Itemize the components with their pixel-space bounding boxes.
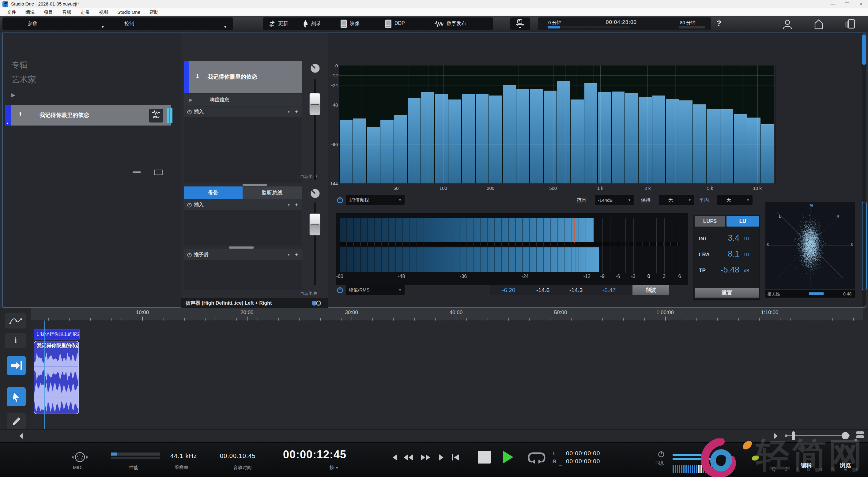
fast-forward-button[interactable]	[420, 454, 431, 461]
track-pan-knob[interactable]	[310, 63, 320, 73]
master-inserts-power-icon[interactable]	[187, 202, 192, 208]
post-fader-power-icon[interactable]	[187, 252, 192, 257]
hold-dropdown[interactable]: 无▼	[659, 195, 694, 205]
master-inserts-empty[interactable]	[184, 210, 302, 246]
track-inserts-empty[interactable]	[184, 117, 302, 183]
master-scroll-pill[interactable]	[229, 247, 254, 249]
zoom-slider-track[interactable]	[786, 435, 850, 436]
project-scrollbar-thumb[interactable]	[862, 34, 866, 65]
scroll-left-button[interactable]	[18, 433, 25, 439]
audio-clip[interactable]: 我记得你眼里的依恋	[34, 341, 79, 414]
home-icon[interactable]	[813, 19, 825, 30]
menu-item-3[interactable]: 音频	[58, 8, 76, 16]
menu-item-7[interactable]: 帮助	[145, 8, 163, 16]
arrow-tool[interactable]	[7, 387, 26, 406]
main-time-unit[interactable]: 帧 ▼	[330, 465, 338, 471]
parameters-dropdown[interactable]: 参数	[28, 21, 37, 27]
burner-device-button[interactable]	[510, 18, 530, 30]
stereo-link-toggle[interactable]	[311, 300, 321, 306]
minimize-button[interactable]: —	[826, 0, 840, 8]
tab-lufs[interactable]: LUFS	[695, 216, 725, 227]
sync-label[interactable]: 同步	[655, 460, 664, 466]
list-collapse-icon[interactable]	[133, 171, 141, 173]
performance-label[interactable]: 性能	[129, 465, 138, 471]
master-fader-handle[interactable]	[309, 213, 320, 235]
meter-mode-dropdown[interactable]: 峰值/RMS▼	[346, 285, 405, 295]
average-dropdown[interactable]: 无▼	[717, 195, 752, 205]
loop-start-time[interactable]: 00:00:00:00	[566, 450, 600, 457]
parameters-caret-icon[interactable]: ▼	[101, 25, 104, 29]
track-channel-header[interactable]: 1 我记得你眼里的依恋	[184, 61, 302, 93]
loudness-info-arrow-icon[interactable]: ▶	[189, 97, 193, 102]
inserts-dropdown-icon[interactable]: ▼	[287, 110, 290, 114]
zoom-preset-icon[interactable]	[856, 432, 864, 434]
scroll-right-button[interactable]	[772, 433, 779, 439]
clip-marker-flag[interactable]: 1 我记得你眼里的依恋	[34, 329, 80, 340]
pages-icon[interactable]	[845, 19, 857, 30]
menu-item-0[interactable]: 文件	[2, 8, 21, 16]
control-dropdown[interactable]: 控制	[124, 21, 134, 27]
help-button[interactable]: ?	[717, 19, 721, 28]
stop-button[interactable]	[478, 451, 491, 464]
timeline-ruler[interactable]: 10:0020:0030:0040:0050:001:00:001:10:00	[31, 308, 863, 321]
post-fader-dropdown-icon[interactable]: ▼	[287, 253, 290, 257]
lufs-reset-button[interactable]: 重置	[695, 288, 759, 297]
inserts-add-icon[interactable]: +	[294, 108, 298, 115]
artist-placeholder[interactable]: 艺术家	[11, 74, 36, 85]
zoom-preset-icon-2[interactable]	[856, 435, 864, 438]
info-tool[interactable]: i	[5, 333, 26, 348]
control-caret-icon[interactable]: ▼	[224, 25, 227, 29]
album-placeholder[interactable]: 专辑	[11, 59, 28, 70]
tab-master[interactable]: 母带	[184, 186, 243, 199]
zoom-slider-pin[interactable]	[792, 432, 795, 440]
master-inserts-row[interactable]: 插入 ▼ +	[184, 199, 302, 211]
account-icon[interactable]	[782, 19, 793, 30]
master-inserts-add-icon[interactable]: +	[294, 201, 298, 208]
maximize-button[interactable]	[840, 0, 854, 8]
browse-view-button[interactable]: 浏览	[840, 462, 851, 469]
upper-scroll-pill[interactable]	[243, 184, 267, 186]
close-button[interactable]: ×	[854, 0, 868, 8]
meter-section-scroll-thumb[interactable]	[862, 202, 867, 290]
menu-item-1[interactable]: 编辑	[21, 8, 39, 16]
menu-item-6[interactable]: Studio One	[113, 8, 145, 16]
loudness-power-icon[interactable]	[337, 287, 343, 293]
meter-link-toggle[interactable]	[719, 465, 733, 474]
loop-end-time[interactable]: 00:00:00:00	[566, 458, 600, 465]
rewind-button[interactable]	[403, 454, 413, 461]
menu-item-4[interactable]: 走带	[76, 8, 94, 16]
range-dropdown[interactable]: -144dB▼	[595, 195, 634, 205]
post-fader-empty[interactable]	[184, 260, 302, 290]
ddp-button[interactable]: DDP	[395, 21, 405, 26]
tab-monitor-bus[interactable]: 监听总线	[243, 186, 302, 199]
master-inserts-dropdown-icon[interactable]: ▼	[287, 203, 290, 206]
burn-button[interactable]: 刻录	[311, 21, 321, 27]
spectrum-power-icon[interactable]	[337, 196, 343, 203]
return-to-start-button[interactable]	[452, 454, 459, 461]
prev-marker-button[interactable]	[392, 454, 398, 461]
output-device-bar[interactable]: 扬声器 (High Definiti..ice) Left + Right	[181, 298, 328, 308]
post-fader-add-icon[interactable]: +	[294, 251, 298, 258]
pencil-tool[interactable]	[7, 413, 26, 430]
zoom-slider-knob[interactable]	[842, 432, 849, 439]
inserts-power-icon[interactable]	[187, 109, 192, 115]
automation-curve-tool[interactable]	[5, 313, 26, 328]
track-inserts-row[interactable]: 插入 ▼ +	[184, 106, 302, 117]
master-pan-knob[interactable]	[310, 188, 320, 199]
playhead[interactable]	[44, 321, 45, 431]
project-scrollbar[interactable]	[862, 34, 866, 306]
track-list-row[interactable]: ▼ 1 我记得你眼里的依恋 WAV	[5, 105, 177, 126]
digital-release-button[interactable]: 数字发布	[446, 21, 466, 27]
menu-item-2[interactable]: 项目	[39, 8, 58, 16]
list-expand-icon[interactable]	[154, 170, 163, 175]
menu-item-5[interactable]: 视图	[94, 8, 113, 16]
tab-lu[interactable]: LU	[726, 216, 759, 227]
loop-button[interactable]	[527, 451, 546, 464]
expand-arrow-icon[interactable]: ▶	[11, 92, 15, 98]
spectrum-mode-dropdown[interactable]: 1/3倍频程▼	[346, 195, 405, 205]
play-button[interactable]	[502, 450, 514, 464]
edit-view-button[interactable]: 编辑	[801, 462, 812, 469]
main-time-display[interactable]: 00:00:12:45	[283, 448, 346, 461]
autoscroll-tool[interactable]	[7, 356, 26, 375]
post-fader-row[interactable]: 推子后 ▼ +	[184, 249, 302, 260]
